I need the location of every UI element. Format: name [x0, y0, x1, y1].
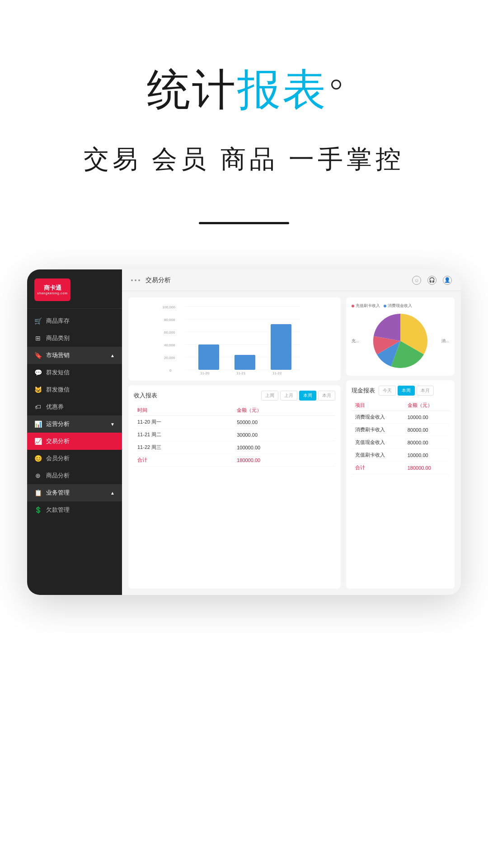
cash-data-table: 项目 金额（元） 消费现金收入 10000.00 消费刷卡收入 80 — [352, 400, 449, 474]
svg-text:100,000: 100,000 — [162, 305, 175, 309]
left-panel: 100,000 80,000 60,000 40,000 20,000 0 — [128, 297, 341, 589]
income-total-row: 合计 180000.00 — [134, 454, 335, 467]
row-amount: 50000.00 — [233, 416, 335, 429]
cash-total-label: 合计 — [352, 462, 404, 474]
user-icon[interactable]: 👤 — [443, 276, 452, 285]
coupon-icon: 🏷 — [34, 403, 42, 410]
operations-icon: 📊 — [34, 420, 42, 428]
pie-label-left: 充... — [352, 338, 359, 344]
svg-rect-14 — [271, 324, 291, 370]
cash-table-tabs: 今天 本周 本月 — [379, 386, 434, 396]
sidebar-item-label: 优惠券 — [46, 403, 64, 411]
sidebar-item-debt[interactable]: 💲 欠款管理 — [27, 501, 122, 519]
sidebar-item-business[interactable]: 📋 业务管理 ▲ — [27, 484, 122, 501]
sidebar-item-label: 商品分析 — [46, 472, 70, 480]
svg-text:80,000: 80,000 — [164, 318, 175, 322]
logo-box: 商卡通 shangkatong.com — [34, 278, 70, 301]
products-icon: ⊕ — [34, 472, 42, 479]
income-data-table: 时间 金额（元） 11-20 周一 50000.00 11-21 周二 — [134, 405, 335, 467]
members-icon: 😊 — [34, 455, 42, 462]
income-table-header: 收入报表 上周 上月 本周 本月 — [134, 391, 335, 401]
sidebar-item-wechat[interactable]: 🐱 群发微信 — [27, 381, 122, 398]
legend-label-recharge: 充值刷卡收入 — [356, 303, 380, 309]
cash-table-card: 现金报表 今天 本周 本月 项目 金额（元） — [346, 380, 455, 589]
hero-section: 统计报表 交易 会员 商品 一手掌控 — [0, 0, 488, 224]
sidebar-item-transactions[interactable]: 📈 交易分析 — [27, 433, 122, 450]
sidebar-logo: 商卡通 shangkatong.com — [27, 269, 122, 309]
sidebar-item-sms[interactable]: 💬 群发短信 — [27, 364, 122, 381]
debt-icon: 💲 — [34, 506, 42, 514]
cash-row-amount: 80000.00 — [404, 436, 449, 449]
svg-text:60,000: 60,000 — [164, 330, 175, 335]
sidebar-item-label: 业务管理 — [46, 489, 70, 497]
sidebar-item-label: 商品库存 — [46, 317, 70, 325]
emoji-icon[interactable]: ☺ — [412, 276, 421, 285]
cash-row-item: 消费刷卡收入 — [352, 424, 404, 436]
sidebar: 商卡通 shangkatong.com 🛒 商品库存 ⊞ 商品类别 🔖 市场营销… — [27, 269, 122, 595]
pie-label-right: 消... — [441, 338, 449, 344]
hero-circle-decoration — [331, 80, 341, 90]
svg-text:0: 0 — [169, 368, 172, 373]
business-icon: 📋 — [34, 489, 42, 496]
topbar: 交易分析 ☺ 🎧 👤 — [122, 269, 461, 291]
tab-this-month[interactable]: 本月 — [318, 391, 335, 401]
row-time: 11-21 周二 — [134, 429, 233, 441]
dot3 — [138, 279, 140, 281]
cash-total-value: 180000.00 — [404, 462, 449, 474]
marketing-icon: 🔖 — [34, 352, 42, 359]
cash-row-item: 充值刷卡收入 — [352, 449, 404, 462]
row-time: 11-20 周一 — [134, 416, 233, 429]
sidebar-item-operations[interactable]: 📊 运营分析 ▼ — [27, 415, 122, 433]
sidebar-item-label: 市场营销 — [46, 351, 70, 359]
sidebar-item-goods-category[interactable]: ⊞ 商品类别 — [27, 330, 122, 347]
table-row: 11-22 周三 100000.00 — [134, 441, 335, 454]
cash-table-header: 现金报表 今天 本周 本月 — [352, 386, 449, 396]
legend-label-consume: 消费现金收入 — [388, 303, 412, 309]
bar-chart-area: 100,000 80,000 60,000 40,000 20,000 0 — [134, 303, 335, 375]
topbar-icons: ☺ 🎧 👤 — [412, 276, 452, 285]
sms-icon: 💬 — [34, 369, 42, 376]
sidebar-item-label: 群发微信 — [46, 386, 70, 394]
tab-last-month[interactable]: 上月 — [280, 391, 297, 401]
dashboard-mockup: 商卡通 shangkatong.com 🛒 商品库存 ⊞ 商品类别 🔖 市场营销… — [27, 269, 461, 595]
sidebar-item-coupon[interactable]: 🏷 优惠券 — [27, 398, 122, 415]
sidebar-item-products[interactable]: ⊕ 商品分析 — [27, 467, 122, 484]
tab-this-week[interactable]: 本周 — [299, 391, 316, 401]
content-area: 100,000 80,000 60,000 40,000 20,000 0 — [122, 291, 461, 595]
cash-row-item: 充值现金收入 — [352, 436, 404, 449]
sidebar-item-label: 运营分析 — [46, 420, 70, 428]
cash-row-amount: 10000.00 — [404, 411, 449, 424]
sidebar-item-members[interactable]: 😊 会员分析 — [27, 450, 122, 467]
total-label: 合计 — [134, 454, 233, 467]
svg-text:11-21: 11-21 — [236, 371, 246, 375]
sidebar-item-goods-stock[interactable]: 🛒 商品库存 — [27, 312, 122, 330]
cash-table-title: 现金报表 — [352, 387, 375, 395]
transactions-icon: 📈 — [34, 438, 42, 445]
cash-tab-today[interactable]: 今天 — [379, 386, 396, 396]
dot2 — [135, 279, 136, 281]
business-arrow: ▲ — [110, 491, 115, 495]
sidebar-item-label: 交易分析 — [46, 437, 70, 445]
hero-title-part2: 报表 — [237, 65, 328, 113]
income-table-title: 收入报表 — [134, 392, 157, 400]
income-table-tabs: 上周 上月 本周 本月 — [261, 391, 335, 401]
income-col-amount: 金额（元） — [233, 405, 335, 416]
sidebar-item-label: 商品类别 — [46, 334, 70, 342]
cash-col-amount: 金额（元） — [404, 400, 449, 411]
cash-tab-week[interactable]: 本周 — [398, 386, 415, 396]
tab-last-week[interactable]: 上周 — [261, 391, 278, 401]
legend-dot-recharge — [352, 305, 354, 307]
headphone-icon[interactable]: 🎧 — [427, 276, 436, 285]
table-row: 11-20 周一 50000.00 — [134, 416, 335, 429]
cash-tab-month[interactable]: 本月 — [417, 386, 434, 396]
table-row: 11-21 周二 30000.00 — [134, 429, 335, 441]
bar-chart-svg: 100,000 80,000 60,000 40,000 20,000 0 — [134, 303, 335, 375]
row-amount: 100000.00 — [233, 441, 335, 454]
cash-total-row: 合计 180000.00 — [352, 462, 449, 474]
svg-rect-12 — [198, 344, 219, 370]
income-table-card: 收入报表 上周 上月 本周 本月 时间 金额（元） — [128, 385, 341, 589]
table-row: 充值现金收入 80000.00 — [352, 436, 449, 449]
total-value: 180000.00 — [233, 454, 335, 467]
sidebar-item-marketing[interactable]: 🔖 市场营销 ▲ — [27, 347, 122, 364]
goods-stock-icon: 🛒 — [34, 317, 42, 325]
